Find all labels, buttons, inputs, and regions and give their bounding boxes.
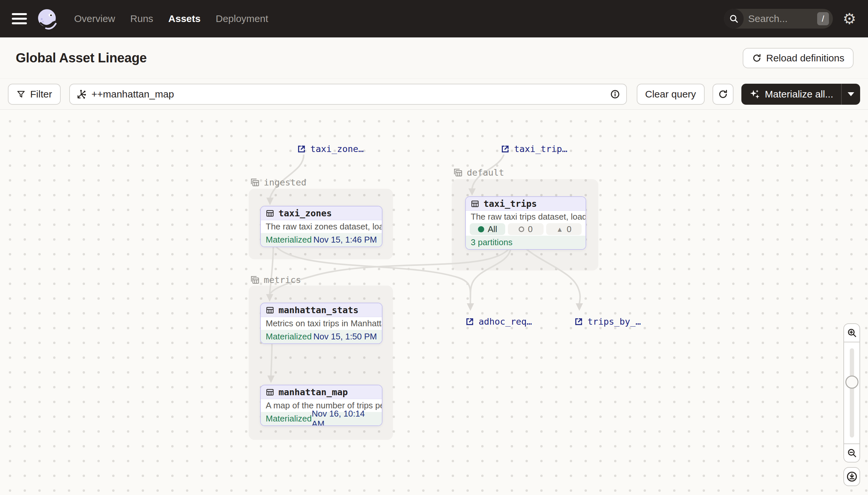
asset-name: taxi_zones xyxy=(279,208,332,218)
asset-node-header: manhattan_map xyxy=(261,386,382,399)
group-tables-icon xyxy=(250,275,260,285)
search-box[interactable]: / xyxy=(724,9,833,29)
group-name: metrics xyxy=(264,275,301,285)
link-label: trips_by_… xyxy=(587,317,641,327)
group-label-default[interactable]: default xyxy=(453,167,504,177)
lineage-toolbar: Filter Clear query Materializ xyxy=(0,79,868,109)
materialize-options-button[interactable] xyxy=(842,84,860,105)
edge-taxizones-to-adhocreq xyxy=(275,246,471,303)
info-icon[interactable] xyxy=(610,89,620,100)
link-node-trips-by[interactable]: trips_by_… xyxy=(574,317,641,327)
materialization-timestamp[interactable]: Nov 15, 1:46 PM xyxy=(313,235,377,245)
arrowhead xyxy=(266,198,273,205)
edge-manhattanstats-to-manhattanmap xyxy=(271,343,272,376)
zoom-in-icon xyxy=(847,328,857,338)
external-link-icon xyxy=(574,317,583,326)
zoom-slider-thumb[interactable] xyxy=(845,376,858,389)
group-label-ingested[interactable]: ingested xyxy=(250,177,306,187)
link-label: taxi_zone… xyxy=(310,144,364,154)
asset-description: The raw taxi trips dataset, loaded into … xyxy=(466,211,586,223)
group-tables-icon xyxy=(453,168,463,177)
page-header: Global Asset Lineage Reload definitions xyxy=(0,37,868,79)
nav-item-overview[interactable]: Overview xyxy=(74,13,115,24)
partitions-count[interactable]: 3 partitions xyxy=(471,237,512,248)
partition-pill-missing[interactable]: 0 xyxy=(508,223,543,235)
zoom-in-button[interactable] xyxy=(844,324,860,342)
nav-item-assets[interactable]: Assets xyxy=(168,13,200,24)
asset-status-footer: 3 partitions xyxy=(466,236,586,249)
lineage-edges xyxy=(0,109,868,495)
download-icon xyxy=(846,471,858,482)
table-icon xyxy=(266,388,274,396)
asset-node-manhattan-map[interactable]: manhattan_map A map of the number of tri… xyxy=(260,385,383,426)
asset-selection-input-box[interactable] xyxy=(69,84,627,105)
group-tables-icon xyxy=(250,177,260,187)
asset-selection-input[interactable] xyxy=(91,89,605,100)
dagster-logo-icon[interactable] xyxy=(36,8,58,30)
lineage-canvas[interactable]: ingested default metrics taxi_zone… taxi… xyxy=(0,109,868,495)
group-label-metrics[interactable]: metrics xyxy=(250,275,301,285)
asset-description: The raw taxi zones dataset, loaded int..… xyxy=(261,220,382,233)
external-link-icon xyxy=(465,317,474,326)
arrowhead xyxy=(267,376,274,383)
external-link-icon xyxy=(501,144,510,154)
triangle-icon: ▲ xyxy=(556,226,563,233)
group-name: ingested xyxy=(264,177,306,187)
asset-node-taxi-zones[interactable]: taxi_zones The raw taxi zones dataset, l… xyxy=(260,206,383,247)
filter-label: Filter xyxy=(30,89,52,100)
reload-label: Reload definitions xyxy=(766,52,845,64)
asset-node-header: taxi_trips xyxy=(466,197,586,211)
asset-node-header: taxi_zones xyxy=(261,206,382,220)
asset-node-manhattan-stats[interactable]: manhattan_stats Metrics on taxi trips in… xyxy=(260,303,383,344)
arrowhead xyxy=(467,303,474,311)
link-node-taxi-trip[interactable]: taxi_trip… xyxy=(501,144,568,154)
materialize-all-button[interactable]: Materialize all... xyxy=(741,84,841,105)
chevron-down-icon xyxy=(848,92,854,96)
edge-taxitrips-to-manhattanstats xyxy=(270,249,509,293)
asset-name: manhattan_stats xyxy=(279,305,358,315)
table-icon xyxy=(266,209,274,218)
link-label: adhoc_req… xyxy=(479,317,532,327)
reload-definitions-button[interactable]: Reload definitions xyxy=(743,48,854,68)
clear-query-label: Clear query xyxy=(645,89,696,100)
materialization-timestamp[interactable]: Nov 15, 1:50 PM xyxy=(313,331,377,342)
download-image-button[interactable] xyxy=(844,467,860,486)
materialization-timestamp[interactable]: Nov 16, 10:14 AM xyxy=(312,409,377,426)
asset-status-footer: Materialized Nov 15, 1:46 PM xyxy=(261,233,382,246)
status-badge: Materialized xyxy=(266,331,312,342)
zoom-slider[interactable] xyxy=(844,342,860,444)
asset-status-footer: Materialized Nov 15, 1:50 PM xyxy=(261,330,382,343)
link-node-adhoc-req[interactable]: adhoc_req… xyxy=(465,317,532,327)
asset-node-taxi-trips[interactable]: taxi_trips The raw taxi trips dataset, l… xyxy=(465,196,586,250)
link-label: taxi_trip… xyxy=(514,144,568,154)
reload-icon xyxy=(752,53,762,63)
zoom-slider-track[interactable] xyxy=(850,348,854,438)
edge-taxitrips-to-adhocreq xyxy=(471,249,511,298)
partition-pill-label: 0 xyxy=(567,224,571,234)
link-node-taxi-zone[interactable]: taxi_zone… xyxy=(297,144,364,154)
table-icon xyxy=(471,200,479,208)
asset-name: taxi_trips xyxy=(483,199,537,209)
top-nav: Overview Runs Assets Deployment / ⚙ xyxy=(0,0,868,37)
search-input[interactable] xyxy=(748,13,817,24)
partition-pill-materialized[interactable]: All xyxy=(470,223,505,235)
zoom-out-icon xyxy=(847,448,857,458)
clear-query-button[interactable]: Clear query xyxy=(637,84,705,105)
partition-pill-failed[interactable]: ▲ 0 xyxy=(546,223,582,235)
status-badge: Materialized xyxy=(266,414,312,424)
nav-links: Overview Runs Assets Deployment xyxy=(74,13,268,24)
filled-dot-icon xyxy=(478,226,484,233)
sparkle-icon xyxy=(749,89,760,100)
nav-item-deployment[interactable]: Deployment xyxy=(215,13,268,24)
refresh-graph-button[interactable] xyxy=(712,84,733,105)
nav-item-runs[interactable]: Runs xyxy=(130,13,153,24)
settings-gear-icon[interactable]: ⚙ xyxy=(843,11,856,26)
search-icon xyxy=(724,9,744,29)
refresh-icon xyxy=(718,89,728,100)
zoom-out-button[interactable] xyxy=(844,444,860,462)
filter-button[interactable]: Filter xyxy=(8,84,61,105)
partition-pill-label: 0 xyxy=(528,224,532,234)
menu-icon[interactable] xyxy=(12,13,27,24)
search-shortcut-key: / xyxy=(817,12,829,25)
group-name: default xyxy=(467,167,504,177)
